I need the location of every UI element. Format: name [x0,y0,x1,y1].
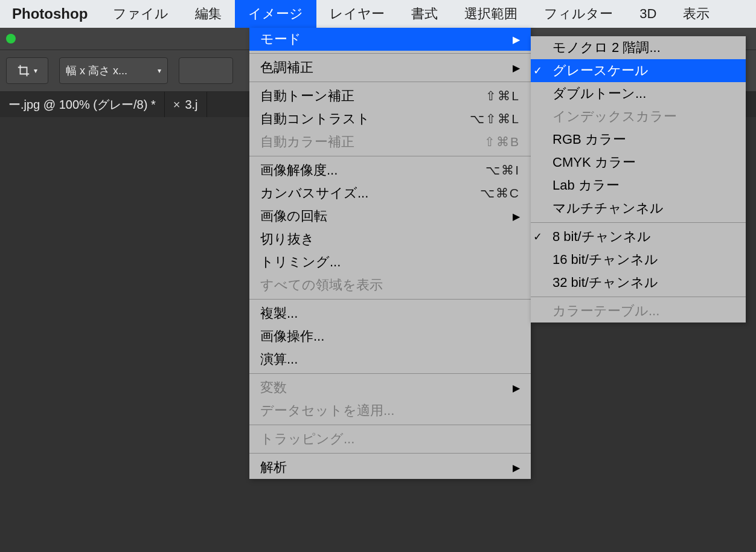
menu-item-label: カラーテーブル... [553,302,735,320]
close-icon[interactable]: × [173,98,181,112]
crop-value-field[interactable] [179,57,233,84]
menu-shortcut: ⌥⌘C [480,186,520,201]
document-tab[interactable]: ー.jpg @ 100% (グレー/8) * [0,92,165,117]
menu-item-label: 8 bit/チャンネル [553,228,735,246]
menu-item-label: 自動コントラスト [260,110,470,128]
image-menu-item[interactable]: 演算... [249,348,531,371]
mode-menu-item[interactable]: モノクロ 2 階調... [531,36,746,59]
crop-tool-button[interactable]: ▾ [6,57,48,84]
menu-item-label: CMYK カラー [553,153,735,172]
menu-item-label: 画像操作... [260,327,520,345]
menu-item-label: トラッピング... [260,430,520,448]
mode-menu-item[interactable]: ✓8 bit/チャンネル [531,225,746,248]
image-menu-item[interactable]: モード▶ [249,28,531,51]
menu-separator [249,156,531,156]
image-menu-item: 自動カラー補正⇧⌘B [249,130,531,153]
menu-item-label: 解析 [260,458,508,477]
chevron-down-icon: ▾ [158,66,161,75]
menu-イメージ[interactable]: イメージ [235,0,316,28]
menu-item-label: 切り抜き [260,230,520,248]
image-menu-item[interactable]: 画像の回転▶ [249,205,531,228]
image-menu-item[interactable]: 自動トーン補正⇧⌘L [249,85,531,108]
menu-ファイル[interactable]: ファイル [100,0,182,28]
menu-separator [249,453,531,454]
menu-3D[interactable]: 3D [626,0,670,28]
preset-label: 幅 x 高さ x... [66,63,127,78]
menubar: Photoshop ファイル編集イメージレイヤー書式選択範囲フィルター3D表示 [0,0,756,28]
image-menu-item[interactable]: 色調補正▶ [249,56,531,79]
submenu-arrow-icon: ▶ [513,62,520,74]
traffic-light-green[interactable] [6,34,16,43]
mode-menu-item: カラーテーブル... [531,300,746,323]
image-menu: モード▶色調補正▶自動トーン補正⇧⌘L自動コントラスト⌥⇧⌘L自動カラー補正⇧⌘… [249,28,531,479]
image-menu-item[interactable]: 複製... [249,302,531,325]
menu-item-label: インデックスカラー [553,108,735,126]
submenu-arrow-icon: ▶ [513,211,520,222]
image-menu-item[interactable]: 自動コントラスト⌥⇧⌘L [249,108,531,130]
image-menu-item[interactable]: 切り抜き [249,228,531,251]
check-icon: ✓ [533,64,542,77]
menu-separator [249,373,531,374]
menu-書式[interactable]: 書式 [398,0,451,28]
menu-separator [531,222,746,223]
image-menu-item[interactable]: トリミング... [249,251,531,274]
menu-レイヤー[interactable]: レイヤー [316,0,398,28]
submenu-arrow-icon: ▶ [513,34,520,45]
menu-item-label: 画像解像度... [260,161,485,179]
menu-item-label: 演算... [260,350,520,368]
mode-menu-item[interactable]: Lab カラー [531,174,746,197]
tab-label: ー.jpg @ 100% (グレー/8) * [8,97,156,113]
image-menu-item: 変数▶ [249,376,531,399]
menu-shortcut: ⌥⇧⌘L [470,112,520,126]
menu-item-label: グレースケール [553,62,735,80]
menu-shortcut: ⇧⌘B [484,135,520,149]
mode-menu-item: インデックスカラー [531,105,746,128]
image-menu-item: すべての領域を表示 [249,274,531,297]
crop-icon [17,64,30,77]
menu-item-label: Lab カラー [553,176,735,194]
app-name: Photoshop [0,0,100,28]
submenu-arrow-icon: ▶ [513,462,520,473]
menu-separator [249,425,531,425]
menu-フィルター[interactable]: フィルター [531,0,626,28]
document-tab[interactable]: ×3.j [165,92,207,117]
mode-submenu: モノクロ 2 階調...✓グレースケールダブルトーン...インデックスカラーRG… [531,36,746,323]
mode-menu-item[interactable]: マルチチャンネル [531,197,746,220]
mode-menu-item[interactable]: ダブルトーン... [531,82,746,105]
menu-item-label: 自動トーン補正 [260,87,485,105]
image-menu-item[interactable]: 画像解像度...⌥⌘I [249,159,531,182]
mode-menu-item[interactable]: 16 bit/チャンネル [531,248,746,271]
mode-menu-item[interactable]: CMYK カラー [531,151,746,174]
menu-表示[interactable]: 表示 [670,0,723,28]
menu-item-label: 自動カラー補正 [260,133,484,151]
image-menu-item: トラッピング... [249,428,531,451]
menu-item-label: 16 bit/チャンネル [553,251,735,269]
menu-item-label: マルチチャンネル [553,199,735,217]
menu-separator [249,53,531,54]
menu-item-label: トリミング... [260,253,520,271]
menu-編集[interactable]: 編集 [182,0,235,28]
image-menu-item[interactable]: カンバスサイズ...⌥⌘C [249,182,531,205]
menu-shortcut: ⌥⌘I [485,163,520,178]
tab-label: 3.j [185,98,197,112]
mode-menu-item[interactable]: RGB カラー [531,128,746,151]
menu-item-label: 画像の回転 [260,207,508,225]
menu-separator [249,82,531,82]
menu-選択範囲[interactable]: 選択範囲 [451,0,531,28]
menu-item-label: 変数 [260,379,508,397]
menu-item-label: RGB カラー [553,130,735,149]
check-icon: ✓ [533,230,542,243]
image-menu-item[interactable]: 解析▶ [249,456,531,479]
submenu-arrow-icon: ▶ [513,382,520,394]
crop-preset-dropdown[interactable]: 幅 x 高さ x... ▾ [59,57,168,84]
menu-item-label: 色調補正 [260,59,508,77]
menu-shortcut: ⇧⌘L [485,89,520,103]
mode-menu-item[interactable]: ✓グレースケール [531,59,746,82]
chevron-down-icon: ▾ [34,66,37,75]
menu-item-label: 32 bit/チャンネル [553,274,735,292]
image-menu-item[interactable]: 画像操作... [249,325,531,348]
menu-separator [249,299,531,300]
mode-menu-item[interactable]: 32 bit/チャンネル [531,271,746,294]
menu-item-label: データセットを適用... [260,402,520,420]
menu-item-label: モノクロ 2 階調... [553,39,735,57]
